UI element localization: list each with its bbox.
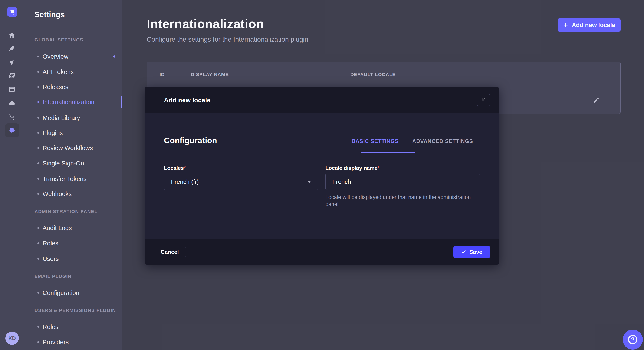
settings-tabs: BASIC SETTINGS ADVANCED SETTINGS (345, 137, 480, 145)
cancel-button[interactable]: Cancel (154, 246, 186, 258)
tabs-divider (164, 153, 480, 153)
locales-select[interactable]: French (fr) (164, 174, 318, 190)
required-asterisk: * (378, 165, 380, 171)
locales-field: Locales* French (fr) (164, 165, 318, 171)
chevron-down-icon (307, 180, 311, 183)
locales-select-value: French (fr) (171, 178, 199, 185)
close-icon (481, 97, 486, 103)
tab-basic-settings[interactable]: BASIC SETTINGS (345, 137, 406, 145)
active-tab-underline (361, 152, 415, 153)
save-button[interactable]: Save (454, 246, 490, 258)
tab-advanced-settings[interactable]: ADVANCED SETTINGS (406, 137, 480, 145)
display-name-input[interactable]: French (326, 174, 480, 190)
display-name-input-value: French (332, 178, 351, 185)
check-icon (461, 249, 466, 255)
modal-title: Add new locale (164, 97, 210, 104)
locales-label: Locales (164, 165, 184, 171)
close-button[interactable] (477, 94, 490, 106)
modal-footer: Cancel Save (145, 239, 499, 265)
required-asterisk: * (184, 165, 186, 171)
modal-header: Add new locale (145, 87, 499, 113)
modal-body: Configuration BASIC SETTINGS ADVANCED SE… (145, 113, 499, 239)
configuration-heading: Configuration (164, 136, 217, 145)
display-name-field: Locale display name* French Locale will … (326, 165, 480, 171)
display-name-label: Locale display name (326, 165, 378, 171)
display-name-hint: Locale will be displayed under that name… (326, 194, 481, 208)
add-locale-modal: Add new locale Configuration BASIC SETTI… (145, 87, 499, 265)
